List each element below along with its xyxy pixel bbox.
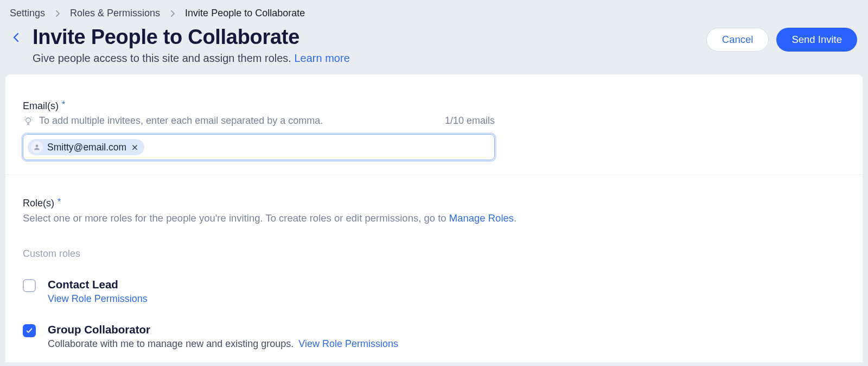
avatar-icon (31, 141, 43, 153)
svg-point-1 (36, 144, 39, 147)
back-button[interactable] (10, 31, 23, 44)
emails-hint: To add multiple invitees, enter each ema… (39, 115, 323, 127)
roles-label-text: Role(s) (23, 198, 54, 209)
email-chip-text: Smitty@email.com (47, 142, 126, 153)
view-role-permissions-link[interactable]: View Role Permissions (48, 293, 148, 305)
emails-label-text: Email(s) (23, 100, 59, 112)
emails-count: 1/10 emails (445, 115, 495, 127)
roles-description: Select one or more roles for the people … (23, 211, 845, 225)
page-title: Invite People to Collaborate (33, 26, 350, 49)
required-star-icon: * (58, 197, 61, 207)
required-star-icon: * (62, 100, 65, 110)
main-card: Email(s) * To add multiple invitees, ent… (5, 74, 863, 362)
breadcrumb-current: Invite People to Collaborate (185, 8, 305, 19)
role-checkbox-contact-lead[interactable] (23, 279, 36, 292)
page-subtitle: Give people access to this site and assi… (33, 52, 350, 65)
page-header: Invite People to Collaborate Give people… (0, 24, 868, 74)
email-chip: Smitty@email.com (28, 139, 144, 155)
chevron-right-icon (170, 10, 175, 17)
roles-desc-text: Select one or more roles for the people … (23, 212, 449, 224)
emails-input[interactable]: Smitty@email.com (23, 134, 495, 160)
roles-section: Role(s) * Select one or more roles for t… (23, 175, 845, 350)
send-invite-button[interactable]: Send Invite (776, 28, 857, 52)
role-description: Collaborate with me to manage new and ex… (48, 338, 398, 350)
cancel-button[interactable]: Cancel (706, 28, 769, 52)
custom-roles-heading: Custom roles (23, 248, 845, 260)
manage-roles-link[interactable]: Manage Roles (449, 212, 514, 224)
breadcrumb-settings[interactable]: Settings (10, 8, 45, 19)
view-role-permissions-link[interactable]: View Role Permissions (298, 338, 398, 349)
learn-more-link[interactable]: Learn more (294, 52, 349, 64)
emails-text-input[interactable] (148, 142, 490, 153)
emails-section: Email(s) * To add multiple invitees, ent… (23, 100, 845, 160)
page-subtitle-text: Give people access to this site and assi… (33, 52, 294, 64)
roles-label: Role(s) * (23, 198, 845, 209)
remove-chip-button[interactable] (131, 143, 139, 152)
svg-point-0 (26, 118, 31, 123)
role-title: Contact Lead (48, 278, 148, 291)
role-item-group-collaborator: Group Collaborator Collaborate with me t… (23, 323, 845, 350)
role-item-contact-lead: Contact Lead View Role Permissions (23, 278, 845, 305)
role-desc-text: Collaborate with me to manage new and ex… (48, 338, 293, 349)
role-checkbox-group-collaborator[interactable] (23, 324, 36, 337)
roles-desc-period: . (514, 212, 516, 224)
chevron-right-icon (55, 10, 60, 17)
breadcrumb-roles-permissions[interactable]: Roles & Permissions (70, 8, 160, 19)
emails-label: Email(s) * (23, 100, 845, 112)
lightbulb-icon (23, 116, 34, 127)
role-title: Group Collaborator (48, 323, 398, 336)
breadcrumb: Settings Roles & Permissions Invite Peop… (0, 0, 868, 24)
